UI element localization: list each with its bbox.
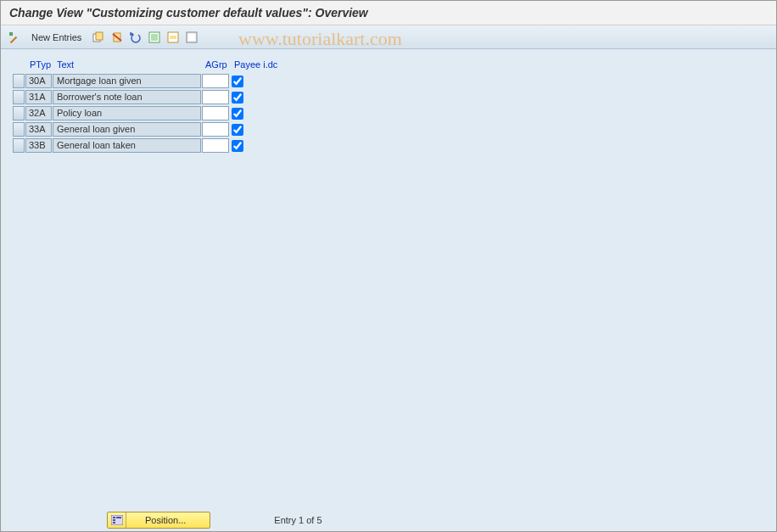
delete-icon[interactable]	[110, 31, 124, 44]
cell-text: General loan given	[53, 122, 201, 137]
toolbar: New Entries	[1, 25, 776, 49]
svg-rect-15	[113, 519, 115, 521]
page-title: Change View "Customizing customer defaul…	[1, 1, 776, 25]
deselect-all-icon[interactable]	[185, 31, 198, 44]
svg-rect-16	[113, 522, 115, 524]
payee-checkbox[interactable]	[232, 108, 243, 120]
cell-ptyp: 31A	[25, 90, 52, 104]
cell-text: Policy loan	[53, 106, 201, 120]
select-all-icon[interactable]	[148, 31, 161, 44]
cell-text: Borrower's note loan	[53, 90, 201, 104]
payee-checkbox[interactable]	[232, 140, 243, 152]
select-block-icon[interactable]	[166, 31, 180, 44]
table-row: 30AMortgage loan given	[13, 73, 768, 89]
col-payee[interactable]: Payee i.dc	[231, 58, 282, 71]
agrp-input[interactable]	[202, 138, 229, 153]
col-agrp[interactable]: AGrp	[202, 58, 231, 71]
new-entries-button[interactable]: New Entries	[26, 31, 87, 44]
entry-status: Entry 1 of 5	[274, 515, 321, 525]
payee-checkbox[interactable]	[232, 92, 243, 104]
payee-checkbox[interactable]	[232, 76, 243, 87]
agrp-input[interactable]	[202, 74, 229, 88]
undo-icon[interactable]	[129, 31, 143, 44]
table-body: 30AMortgage loan given31ABorrower's note…	[9, 73, 768, 154]
content-area: PTyp Text AGrp Payee i.dc 30AMortgage lo…	[1, 49, 776, 532]
agrp-input[interactable]	[202, 122, 229, 137]
position-icon	[108, 512, 126, 528]
svg-rect-1	[9, 32, 13, 36]
payee-checkbox[interactable]	[232, 124, 243, 136]
table-row: 33AGeneral loan given	[13, 121, 768, 137]
table-row: 33BGeneral loan taken	[13, 137, 768, 154]
cell-ptyp: 32A	[25, 106, 52, 120]
svg-rect-13	[113, 517, 115, 518]
col-select	[13, 58, 26, 71]
cell-text: Mortgage loan given	[53, 74, 201, 88]
cell-ptyp: 33A	[25, 122, 52, 137]
row-selector[interactable]	[13, 138, 25, 153]
svg-rect-11	[188, 34, 195, 41]
col-ptyp[interactable]: PTyp	[26, 58, 53, 71]
table-header: PTyp Text AGrp Payee i.dc	[9, 58, 768, 71]
svg-rect-9	[170, 36, 176, 39]
position-label: Position...	[126, 515, 210, 525]
row-selector[interactable]	[13, 106, 25, 120]
toggle-change-icon[interactable]	[8, 31, 21, 44]
svg-rect-3	[96, 32, 103, 40]
table-row: 31ABorrower's note loan	[13, 89, 768, 105]
cell-ptyp: 30A	[25, 74, 52, 88]
footer-bar: Position... Entry 1 of 5	[9, 512, 768, 529]
svg-rect-14	[116, 517, 121, 518]
agrp-input[interactable]	[202, 106, 229, 120]
agrp-input[interactable]	[202, 90, 229, 104]
position-button[interactable]: Position...	[107, 512, 210, 529]
row-selector[interactable]	[13, 122, 25, 137]
svg-rect-7	[151, 34, 158, 41]
cell-text: General loan taken	[53, 138, 201, 153]
copy-icon[interactable]	[92, 31, 105, 44]
table-row: 32APolicy loan	[13, 105, 768, 121]
cell-ptyp: 33B	[25, 138, 52, 153]
row-selector[interactable]	[13, 74, 25, 88]
svg-rect-0	[10, 36, 17, 42]
col-text[interactable]: Text	[53, 58, 202, 71]
row-selector[interactable]	[13, 90, 25, 104]
